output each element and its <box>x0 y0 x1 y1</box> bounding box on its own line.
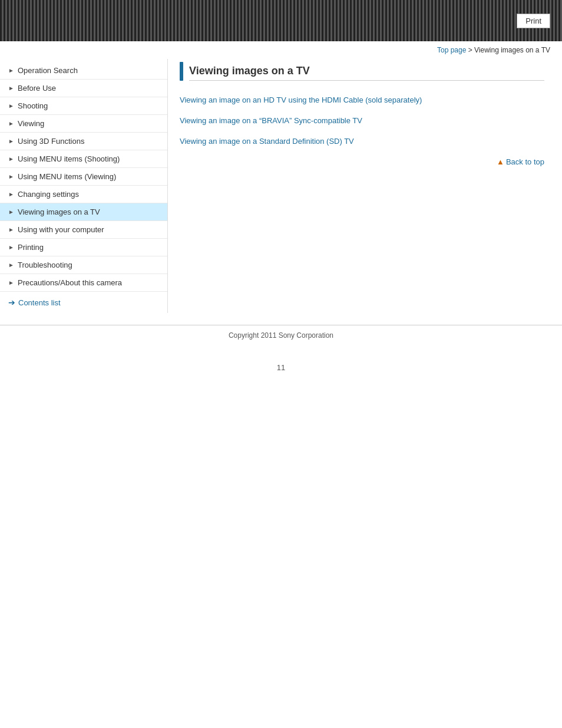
sidebar-item-using-3d[interactable]: ► Using 3D Functions <box>0 133 167 150</box>
sidebar-item-viewing[interactable]: ► Viewing <box>0 115 167 133</box>
content-link-sdtv[interactable]: Viewing an image on a Standard Definitio… <box>180 137 544 146</box>
sidebar-item-menu-shooting[interactable]: ► Using MENU items (Shooting) <box>0 150 167 168</box>
page-title: Viewing images on a TV <box>189 62 544 81</box>
sidebar-item-label: Changing settings <box>18 190 161 199</box>
arrow-icon: ► <box>8 173 14 180</box>
back-to-top[interactable]: ▲Back to top <box>180 157 544 166</box>
arrow-icon: ► <box>8 262 14 268</box>
sidebar-item-label: Using MENU items (Viewing) <box>18 172 161 181</box>
breadcrumb-separator: > <box>466 46 474 54</box>
sidebar-item-label: Using MENU items (Shooting) <box>18 154 161 163</box>
arrow-icon: ► <box>8 226 14 233</box>
main-layout: ► Operation Search ► Before Use ► Shooti… <box>0 59 562 313</box>
page-number: 11 <box>0 363 562 378</box>
sidebar-item-label: Printing <box>18 243 161 252</box>
sidebar: ► Operation Search ► Before Use ► Shooti… <box>0 59 168 313</box>
sidebar-item-before-use[interactable]: ► Before Use <box>0 80 167 97</box>
sidebar-item-label: Viewing images on a TV <box>18 207 161 216</box>
header-bar: Print <box>0 0 562 41</box>
sidebar-item-menu-viewing[interactable]: ► Using MENU items (Viewing) <box>0 168 167 186</box>
sidebar-item-precautions[interactable]: ► Precautions/About this camera <box>0 274 167 292</box>
sidebar-item-label: Troubleshooting <box>18 261 161 269</box>
content-area: Viewing images on a TV Viewing an image … <box>168 59 562 313</box>
breadcrumb-top-link[interactable]: Top page <box>437 46 466 54</box>
print-button[interactable]: Print <box>517 14 550 28</box>
arrow-icon: ► <box>8 103 14 109</box>
breadcrumb-current: Viewing images on a TV <box>474 46 550 54</box>
arrow-icon: ► <box>8 279 14 286</box>
sidebar-item-using-computer[interactable]: ► Using with your computer <box>0 221 167 239</box>
sidebar-item-operation-search[interactable]: ► Operation Search <box>0 62 167 80</box>
arrow-icon: ► <box>8 244 14 251</box>
sidebar-item-label: Shooting <box>18 101 161 110</box>
sidebar-item-label: Precautions/About this camera <box>18 278 161 287</box>
page-title-section: Viewing images on a TV <box>180 62 544 81</box>
sidebar-item-label: Using with your computer <box>18 225 161 234</box>
arrow-icon: ► <box>8 156 14 162</box>
content-link-hdtv[interactable]: Viewing an image on an HD TV using the H… <box>180 95 544 104</box>
sidebar-item-label: Before Use <box>18 84 161 93</box>
content-link-bravia[interactable]: Viewing an image on a “BRAVIA” Sync-comp… <box>180 116 544 125</box>
copyright-text: Copyright 2011 Sony Corporation <box>229 331 333 340</box>
arrow-icon: ► <box>8 85 14 91</box>
sidebar-item-label: Using 3D Functions <box>18 137 161 146</box>
triangle-icon: ▲ <box>497 157 504 166</box>
footer: Copyright 2011 Sony Corporation <box>0 325 562 345</box>
arrow-icon: ► <box>8 67 14 74</box>
back-to-top-label: Back to top <box>506 157 544 166</box>
sidebar-item-label: Operation Search <box>18 66 161 75</box>
arrow-right-icon: ➔ <box>8 298 15 307</box>
sidebar-item-label: Viewing <box>18 119 161 128</box>
breadcrumb: Top page > Viewing images on a TV <box>0 41 562 59</box>
sidebar-item-printing[interactable]: ► Printing <box>0 239 167 256</box>
sidebar-item-changing-settings[interactable]: ► Changing settings <box>0 186 167 203</box>
sidebar-item-viewing-tv[interactable]: ► Viewing images on a TV <box>0 203 167 221</box>
contents-list-link[interactable]: ➔ Contents list <box>0 292 167 313</box>
arrow-icon: ► <box>8 191 14 197</box>
arrow-icon: ► <box>8 138 14 144</box>
blue-accent-bar <box>180 62 183 81</box>
arrow-icon: ► <box>8 209 14 215</box>
sidebar-item-shooting[interactable]: ► Shooting <box>0 97 167 115</box>
sidebar-item-troubleshooting[interactable]: ► Troubleshooting <box>0 256 167 274</box>
contents-list-label: Contents list <box>18 298 61 307</box>
arrow-icon: ► <box>8 120 14 127</box>
